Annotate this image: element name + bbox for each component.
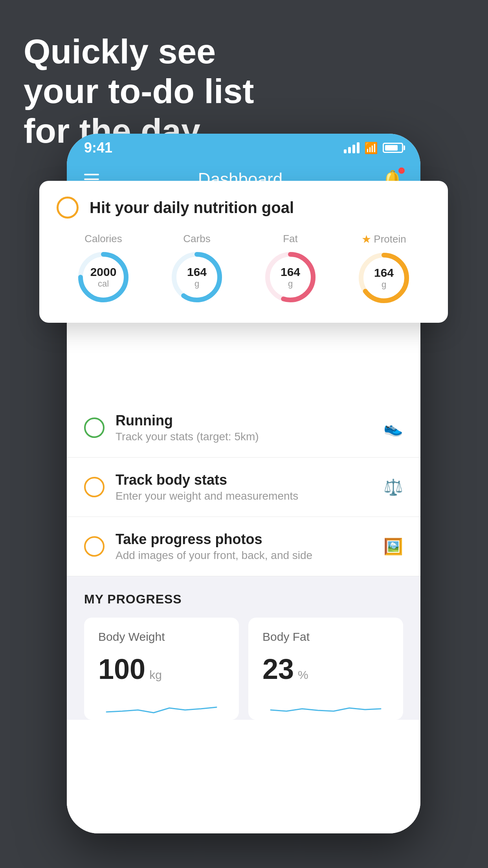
person-icon: 🖼️	[383, 537, 403, 556]
calories-label: Calories	[84, 233, 122, 245]
todo-text-running: Running Track your stats (target: 5km)	[116, 412, 372, 443]
todo-subtitle-body-stats: Enter your weight and measurements	[116, 490, 372, 502]
carbs-unit: g	[194, 279, 199, 289]
nutrition-card-title: Hit your daily nutrition goal	[90, 199, 294, 217]
running-shoe-icon: 👟	[383, 419, 403, 437]
body-weight-chart-svg	[98, 696, 225, 720]
todo-subtitle-running: Track your stats (target: 5km)	[116, 430, 372, 443]
todo-title-body-stats: Track body stats	[116, 472, 372, 488]
body-weight-chart	[98, 696, 225, 720]
todo-item-running[interactable]: Running Track your stats (target: 5km) 👟	[67, 398, 420, 458]
nutrition-fat: Fat 164 g	[263, 233, 318, 305]
todo-circle-photos	[84, 536, 105, 557]
body-fat-chart	[262, 696, 389, 720]
body-weight-unit: kg	[149, 668, 162, 682]
body-fat-value: 23 %	[262, 653, 389, 685]
wifi-icon: 📶	[364, 142, 378, 154]
todo-circle-body-stats	[84, 477, 105, 497]
nutrition-check-circle	[57, 197, 79, 219]
calories-donut: 2000 cal	[76, 250, 131, 305]
headline-line1: Quickly see	[24, 31, 254, 71]
status-bar: 9:41 📶	[67, 134, 420, 162]
protein-star-icon: ★	[361, 233, 371, 246]
carbs-label: Carbs	[183, 233, 210, 245]
todo-list: Running Track your stats (target: 5km) 👟…	[67, 398, 420, 576]
calories-unit: cal	[98, 279, 109, 289]
calories-value: 2000	[90, 265, 117, 279]
body-weight-label: Body Weight	[98, 630, 225, 644]
progress-section: MY PROGRESS Body Weight 100 kg Body	[67, 576, 420, 720]
nutrition-circles: Calories 2000 cal Carbs	[57, 233, 431, 305]
notification-dot	[398, 167, 405, 174]
protein-donut: 164 g	[356, 250, 411, 305]
progress-section-header: MY PROGRESS	[84, 592, 403, 607]
body-fat-label: Body Fat	[262, 630, 389, 644]
body-fat-card[interactable]: Body Fat 23 %	[248, 618, 403, 720]
fat-label: Fat	[283, 233, 298, 245]
headline-line2: your to-do list	[24, 71, 254, 111]
signal-icon	[344, 142, 360, 153]
carbs-donut: 164 g	[169, 250, 224, 305]
status-icons: 📶	[344, 142, 403, 154]
nutrition-card: Hit your daily nutrition goal Calories 2…	[39, 181, 448, 323]
nutrition-carbs: Carbs 164 g	[169, 233, 224, 305]
todo-circle-running	[84, 417, 105, 438]
body-fat-chart-svg	[262, 696, 389, 720]
nutrition-calories: Calories 2000 cal	[76, 233, 131, 305]
protein-label: Protein	[374, 233, 406, 245]
todo-title-photos: Take progress photos	[116, 531, 372, 548]
headline: Quickly see your to-do list for the day.	[24, 31, 254, 151]
fat-value: 164	[281, 265, 300, 279]
carbs-value: 164	[187, 265, 207, 279]
todo-item-body-stats[interactable]: Track body stats Enter your weight and m…	[67, 458, 420, 517]
protein-value: 164	[374, 266, 394, 280]
nutrition-card-header: Hit your daily nutrition goal	[57, 197, 431, 219]
protein-label-container: ★ Protein	[361, 233, 406, 246]
todo-title-running: Running	[116, 412, 372, 429]
battery-icon	[383, 143, 403, 153]
nutrition-protein: ★ Protein 164 g	[356, 233, 411, 305]
fat-unit: g	[288, 279, 293, 289]
todo-subtitle-photos: Add images of your front, back, and side	[116, 549, 372, 562]
body-fat-unit: %	[298, 668, 308, 682]
body-fat-number: 23	[262, 653, 294, 685]
body-weight-card[interactable]: Body Weight 100 kg	[84, 618, 239, 720]
fat-donut: 164 g	[263, 250, 318, 305]
todo-text-photos: Take progress photos Add images of your …	[116, 531, 372, 562]
todo-text-body-stats: Track body stats Enter your weight and m…	[116, 472, 372, 502]
status-time: 9:41	[84, 140, 112, 156]
protein-unit: g	[382, 280, 386, 289]
scale-icon: ⚖️	[383, 478, 403, 497]
body-weight-number: 100	[98, 653, 145, 685]
progress-cards: Body Weight 100 kg Body Fat 23	[84, 618, 403, 720]
todo-item-photos[interactable]: Take progress photos Add images of your …	[67, 517, 420, 576]
body-weight-value: 100 kg	[98, 653, 225, 685]
